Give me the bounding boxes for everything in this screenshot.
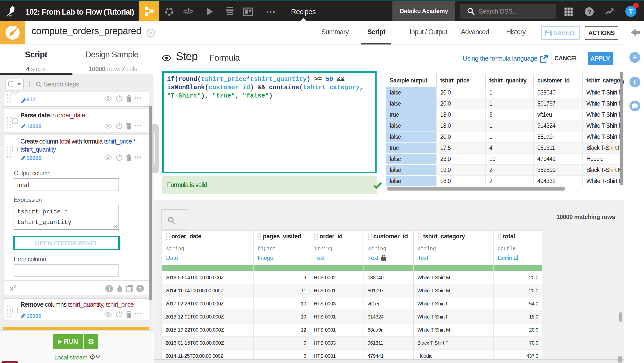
svg-text:?: ? <box>139 286 142 292</box>
